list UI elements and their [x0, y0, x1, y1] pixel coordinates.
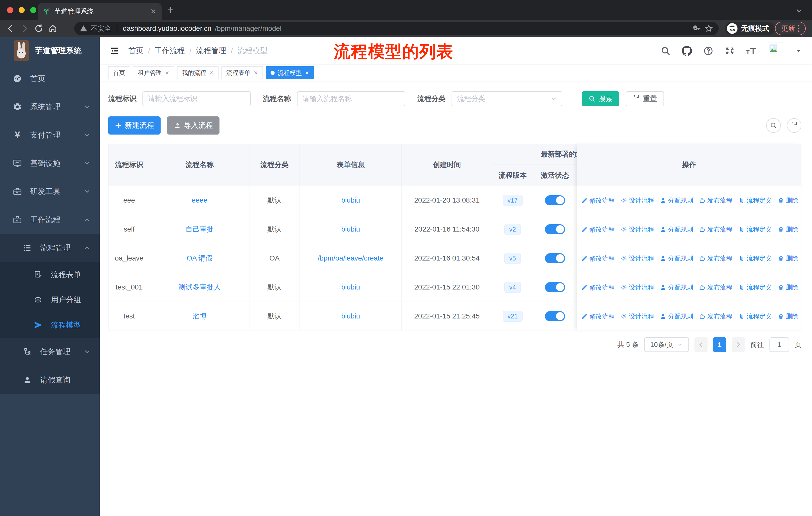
- sidebar-item-user-group[interactable]: 用户分组: [0, 287, 100, 313]
- process-name-link[interactable]: 测试多审批人: [178, 282, 221, 292]
- github-icon[interactable]: [682, 46, 692, 56]
- action-assign-rule-link[interactable]: 分配规则: [660, 312, 693, 321]
- action-design-link[interactable]: 设计流程: [621, 225, 654, 234]
- action-publish-link[interactable]: 发布流程: [699, 225, 732, 234]
- process-id-input[interactable]: [142, 91, 251, 106]
- tag-process-form[interactable]: 流程表单: [222, 66, 263, 79]
- action-publish-link[interactable]: 发布流程: [699, 254, 732, 263]
- action-design-link[interactable]: 设计流程: [621, 254, 654, 263]
- action-definition-link[interactable]: 流程定义: [738, 225, 772, 234]
- close-tag-icon[interactable]: [254, 71, 258, 75]
- form-info-link[interactable]: biubiu: [341, 196, 360, 204]
- close-tag-icon[interactable]: [165, 71, 169, 75]
- fullscreen-icon[interactable]: [724, 46, 734, 56]
- minimize-window-button[interactable]: [19, 7, 25, 13]
- browser-update-button[interactable]: 更新: [775, 22, 806, 35]
- breadcrumb-process-management[interactable]: 流程管理: [196, 46, 226, 56]
- close-tab-icon[interactable]: [150, 8, 156, 15]
- breadcrumb-workflow[interactable]: 工作流程: [154, 46, 185, 56]
- action-publish-link[interactable]: 发布流程: [699, 283, 732, 292]
- action-delete-link[interactable]: 删除: [778, 283, 799, 292]
- sidebar-item-infrastructure[interactable]: 基础设施: [0, 149, 100, 178]
- sidebar-item-task-management[interactable]: 任务管理: [0, 337, 100, 366]
- action-edit-link[interactable]: 修改流程: [581, 225, 615, 234]
- help-icon[interactable]: [703, 46, 713, 56]
- home-button[interactable]: [46, 21, 60, 35]
- browser-tab[interactable]: 芋道管理系统: [38, 3, 162, 20]
- active-toggle[interactable]: [545, 282, 565, 292]
- action-delete-link[interactable]: 删除: [778, 312, 799, 321]
- action-assign-rule-link[interactable]: 分配规则: [660, 225, 693, 234]
- action-delete-link[interactable]: 删除: [778, 196, 799, 205]
- back-button[interactable]: [3, 21, 18, 35]
- action-design-link[interactable]: 设计流程: [621, 196, 654, 205]
- sidebar-item-home[interactable]: 首页: [0, 64, 100, 93]
- user-menu-caret-icon[interactable]: [795, 48, 802, 54]
- close-window-button[interactable]: [7, 7, 13, 13]
- sidebar-collapse-icon[interactable]: [109, 45, 121, 57]
- breadcrumb-home[interactable]: 首页: [128, 46, 143, 56]
- create-process-button[interactable]: 新建流程: [108, 116, 161, 135]
- current-page-button[interactable]: 1: [713, 337, 726, 352]
- action-edit-link[interactable]: 修改流程: [581, 196, 615, 205]
- refresh-table-button[interactable]: [787, 118, 802, 133]
- page-size-select[interactable]: 10条/页: [644, 337, 689, 352]
- action-publish-link[interactable]: 发布流程: [699, 196, 732, 205]
- new-tab-button[interactable]: [166, 5, 175, 14]
- sidebar-item-dev-tools[interactable]: 研发工具: [0, 178, 100, 206]
- user-avatar[interactable]: [768, 43, 784, 59]
- process-name-input[interactable]: [297, 91, 405, 106]
- forward-button[interactable]: [18, 21, 32, 35]
- close-tag-icon[interactable]: [305, 71, 309, 75]
- tag-process-model[interactable]: 流程模型: [266, 66, 314, 79]
- action-publish-link[interactable]: 发布流程: [699, 312, 732, 321]
- form-info-link[interactable]: biubiu: [341, 283, 360, 291]
- action-delete-link[interactable]: 删除: [778, 225, 799, 234]
- sidebar-item-leave-query[interactable]: 请假查询: [0, 366, 100, 394]
- goto-page-input[interactable]: [770, 337, 789, 352]
- tag-tenant[interactable]: 租户管理: [133, 66, 174, 79]
- sidebar-item-payment[interactable]: ¥ 支付管理: [0, 121, 100, 149]
- import-process-button[interactable]: 导入流程: [167, 116, 220, 135]
- action-design-link[interactable]: 设计流程: [621, 312, 654, 321]
- form-info-link[interactable]: biubiu: [341, 312, 360, 320]
- tab-search-chevron-icon[interactable]: [795, 7, 803, 15]
- sidebar-item-process-form[interactable]: 流程表单: [0, 262, 100, 287]
- browser-menu-icon[interactable]: [798, 25, 800, 32]
- form-info-link[interactable]: /bpm/oa/leave/create: [318, 254, 384, 262]
- active-toggle[interactable]: [545, 224, 565, 234]
- close-tag-icon[interactable]: [209, 71, 214, 75]
- tag-my-process[interactable]: 我的流程: [177, 66, 219, 79]
- form-info-link[interactable]: biubiu: [341, 225, 360, 233]
- search-button[interactable]: 搜索: [582, 91, 619, 106]
- action-edit-link[interactable]: 修改流程: [581, 283, 615, 292]
- font-size-icon[interactable]: [746, 46, 757, 56]
- show-search-button[interactable]: [766, 118, 781, 133]
- action-assign-rule-link[interactable]: 分配规则: [660, 196, 693, 205]
- action-assign-rule-link[interactable]: 分配规则: [660, 283, 693, 292]
- app-logo-row[interactable]: 芋道管理系统: [0, 37, 100, 64]
- prev-page-button[interactable]: [694, 337, 707, 352]
- process-name-link[interactable]: OA 请假: [187, 253, 213, 263]
- process-name-link[interactable]: 滔博: [193, 311, 207, 321]
- sidebar-item-system[interactable]: 系统管理: [0, 93, 100, 121]
- action-definition-link[interactable]: 流程定义: [738, 254, 772, 263]
- process-category-select[interactable]: 流程分类: [452, 91, 562, 106]
- active-toggle[interactable]: [545, 253, 565, 263]
- action-definition-link[interactable]: 流程定义: [738, 196, 772, 205]
- action-definition-link[interactable]: 流程定义: [738, 283, 772, 292]
- maximize-window-button[interactable]: [30, 7, 36, 13]
- reset-button[interactable]: 重置: [626, 91, 664, 106]
- bookmark-star-icon[interactable]: [704, 24, 713, 33]
- search-icon[interactable]: [661, 46, 671, 56]
- tag-home[interactable]: 首页: [108, 66, 130, 79]
- process-name-link[interactable]: 自己审批: [185, 224, 214, 234]
- sidebar-item-process-model[interactable]: 流程模型: [0, 313, 100, 337]
- action-edit-link[interactable]: 修改流程: [581, 312, 615, 321]
- action-delete-link[interactable]: 删除: [778, 254, 799, 263]
- active-toggle[interactable]: [545, 195, 565, 205]
- action-edit-link[interactable]: 修改流程: [581, 254, 615, 263]
- action-assign-rule-link[interactable]: 分配规则: [660, 254, 693, 263]
- address-bar[interactable]: 不安全 dashboard.yudao.iocoder.cn/bpm/manag…: [74, 22, 719, 35]
- action-definition-link[interactable]: 流程定义: [738, 312, 772, 321]
